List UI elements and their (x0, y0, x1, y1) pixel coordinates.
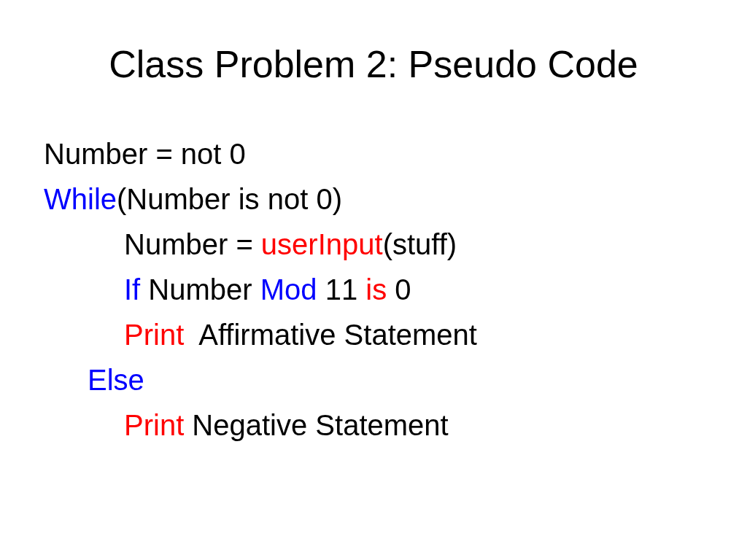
code-text: Number = (124, 228, 261, 260)
keyword-userinput: userInput (261, 228, 383, 260)
code-text: 11 (317, 273, 366, 306)
keyword-while: While (44, 183, 117, 215)
keyword-print: Print (124, 409, 184, 441)
code-text: (Number is not 0) (117, 183, 342, 215)
code-line-6: Else (44, 357, 747, 402)
code-line-1: Number = not 0 (44, 131, 747, 176)
code-text: Negative Statement (184, 409, 448, 441)
code-line-4: If Number Mod 11 is 0 (44, 267, 747, 312)
code-line-3: Number = userInput(stuff) (44, 222, 747, 267)
code-line-7: Print Negative Statement (44, 402, 747, 448)
code-text: Affirmative Statement (184, 319, 477, 351)
code-text: 0 (387, 273, 411, 306)
slide: Class Problem 2: Pseudo Code Number = no… (0, 0, 747, 560)
code-text: Number (140, 273, 260, 306)
keyword-if: If (124, 273, 140, 306)
slide-title: Class Problem 2: Pseudo Code (0, 42, 747, 86)
code-line-2: While(Number is not 0) (44, 176, 747, 222)
code-line-5: Print Affirmative Statement (44, 312, 747, 357)
keyword-print: Print (124, 319, 184, 351)
code-text: (stuff) (383, 228, 457, 260)
pseudocode-block: Number = not 0 While(Number is not 0) Nu… (0, 131, 747, 448)
keyword-mod: Mod (260, 273, 317, 306)
code-text: Number = not 0 (44, 138, 246, 170)
keyword-is: is (365, 273, 387, 306)
keyword-else: Else (88, 364, 144, 396)
